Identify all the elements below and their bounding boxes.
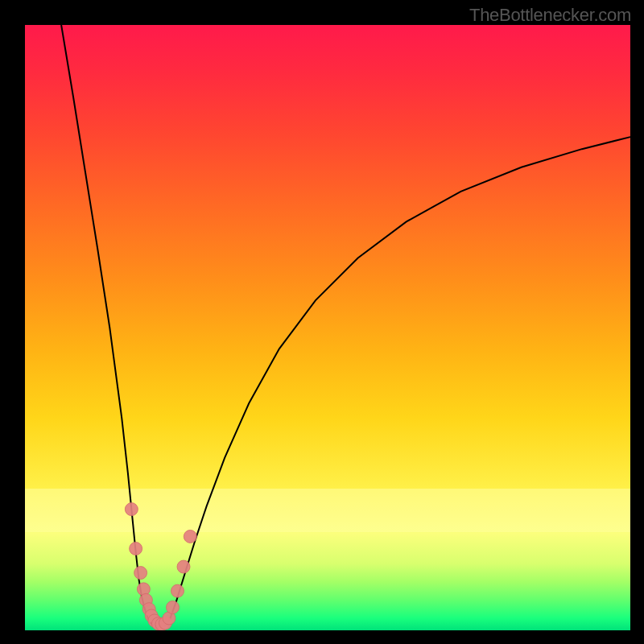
bottleneck-curve [61, 25, 630, 627]
data-marker [171, 584, 184, 597]
data-marker [125, 503, 138, 516]
data-marker [177, 560, 190, 573]
bottom-frame-strip [0, 630, 644, 644]
data-markers [125, 503, 196, 631]
data-marker [130, 542, 142, 555]
data-marker [134, 567, 147, 580]
chart-overlay [0, 0, 644, 644]
data-marker [166, 601, 179, 613]
data-marker [184, 530, 196, 543]
